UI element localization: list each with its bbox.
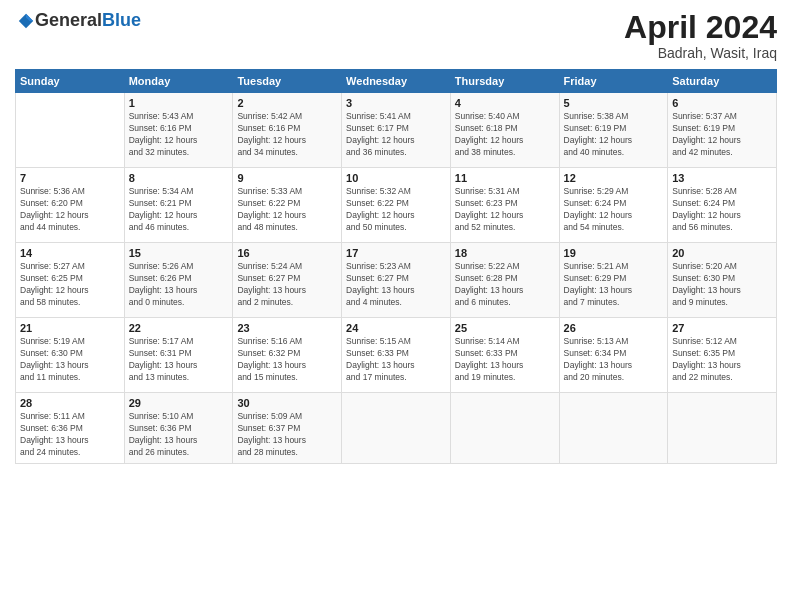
day-info: Sunrise: 5:11 AM Sunset: 6:36 PM Dayligh…	[20, 411, 120, 459]
day-number: 24	[346, 322, 446, 334]
day-number: 2	[237, 97, 337, 109]
page: GeneralBlue April 2024 Badrah, Wasit, Ir…	[0, 0, 792, 612]
cell-0-2: 2Sunrise: 5:42 AM Sunset: 6:16 PM Daylig…	[233, 93, 342, 168]
day-info: Sunrise: 5:27 AM Sunset: 6:25 PM Dayligh…	[20, 261, 120, 309]
cell-4-1: 29Sunrise: 5:10 AM Sunset: 6:36 PM Dayli…	[124, 393, 233, 464]
header-saturday: Saturday	[668, 70, 777, 93]
day-number: 19	[564, 247, 664, 259]
day-number: 14	[20, 247, 120, 259]
day-info: Sunrise: 5:19 AM Sunset: 6:30 PM Dayligh…	[20, 336, 120, 384]
day-info: Sunrise: 5:31 AM Sunset: 6:23 PM Dayligh…	[455, 186, 555, 234]
day-number: 4	[455, 97, 555, 109]
logo-blue: Blue	[102, 10, 141, 31]
day-number: 12	[564, 172, 664, 184]
header-row: Sunday Monday Tuesday Wednesday Thursday…	[16, 70, 777, 93]
cell-1-5: 12Sunrise: 5:29 AM Sunset: 6:24 PM Dayli…	[559, 168, 668, 243]
day-info: Sunrise: 5:29 AM Sunset: 6:24 PM Dayligh…	[564, 186, 664, 234]
cell-3-1: 22Sunrise: 5:17 AM Sunset: 6:31 PM Dayli…	[124, 318, 233, 393]
day-info: Sunrise: 5:28 AM Sunset: 6:24 PM Dayligh…	[672, 186, 772, 234]
day-info: Sunrise: 5:14 AM Sunset: 6:33 PM Dayligh…	[455, 336, 555, 384]
week-row-3: 21Sunrise: 5:19 AM Sunset: 6:30 PM Dayli…	[16, 318, 777, 393]
day-number: 5	[564, 97, 664, 109]
day-number: 15	[129, 247, 229, 259]
day-info: Sunrise: 5:10 AM Sunset: 6:36 PM Dayligh…	[129, 411, 229, 459]
day-number: 27	[672, 322, 772, 334]
day-info: Sunrise: 5:26 AM Sunset: 6:26 PM Dayligh…	[129, 261, 229, 309]
day-number: 1	[129, 97, 229, 109]
day-info: Sunrise: 5:34 AM Sunset: 6:21 PM Dayligh…	[129, 186, 229, 234]
day-number: 21	[20, 322, 120, 334]
cell-3-5: 26Sunrise: 5:13 AM Sunset: 6:34 PM Dayli…	[559, 318, 668, 393]
calendar-body: 1Sunrise: 5:43 AM Sunset: 6:16 PM Daylig…	[16, 93, 777, 464]
cell-3-0: 21Sunrise: 5:19 AM Sunset: 6:30 PM Dayli…	[16, 318, 125, 393]
day-info: Sunrise: 5:37 AM Sunset: 6:19 PM Dayligh…	[672, 111, 772, 159]
cell-1-1: 8Sunrise: 5:34 AM Sunset: 6:21 PM Daylig…	[124, 168, 233, 243]
cell-3-4: 25Sunrise: 5:14 AM Sunset: 6:33 PM Dayli…	[450, 318, 559, 393]
cell-2-3: 17Sunrise: 5:23 AM Sunset: 6:27 PM Dayli…	[342, 243, 451, 318]
day-number: 30	[237, 397, 337, 409]
calendar-table: Sunday Monday Tuesday Wednesday Thursday…	[15, 69, 777, 464]
day-info: Sunrise: 5:32 AM Sunset: 6:22 PM Dayligh…	[346, 186, 446, 234]
cell-2-4: 18Sunrise: 5:22 AM Sunset: 6:28 PM Dayli…	[450, 243, 559, 318]
day-number: 10	[346, 172, 446, 184]
header-monday: Monday	[124, 70, 233, 93]
day-info: Sunrise: 5:33 AM Sunset: 6:22 PM Dayligh…	[237, 186, 337, 234]
cell-4-3	[342, 393, 451, 464]
logo: GeneralBlue	[15, 10, 141, 31]
cell-2-1: 15Sunrise: 5:26 AM Sunset: 6:26 PM Dayli…	[124, 243, 233, 318]
day-number: 26	[564, 322, 664, 334]
day-info: Sunrise: 5:36 AM Sunset: 6:20 PM Dayligh…	[20, 186, 120, 234]
cell-2-6: 20Sunrise: 5:20 AM Sunset: 6:30 PM Dayli…	[668, 243, 777, 318]
day-info: Sunrise: 5:24 AM Sunset: 6:27 PM Dayligh…	[237, 261, 337, 309]
header-wednesday: Wednesday	[342, 70, 451, 93]
day-number: 7	[20, 172, 120, 184]
day-info: Sunrise: 5:21 AM Sunset: 6:29 PM Dayligh…	[564, 261, 664, 309]
month-title: April 2024	[624, 10, 777, 45]
day-info: Sunrise: 5:16 AM Sunset: 6:32 PM Dayligh…	[237, 336, 337, 384]
day-number: 23	[237, 322, 337, 334]
cell-3-6: 27Sunrise: 5:12 AM Sunset: 6:35 PM Dayli…	[668, 318, 777, 393]
cell-0-4: 4Sunrise: 5:40 AM Sunset: 6:18 PM Daylig…	[450, 93, 559, 168]
cell-4-4	[450, 393, 559, 464]
header-friday: Friday	[559, 70, 668, 93]
day-info: Sunrise: 5:12 AM Sunset: 6:35 PM Dayligh…	[672, 336, 772, 384]
day-number: 8	[129, 172, 229, 184]
week-row-2: 14Sunrise: 5:27 AM Sunset: 6:25 PM Dayli…	[16, 243, 777, 318]
day-info: Sunrise: 5:15 AM Sunset: 6:33 PM Dayligh…	[346, 336, 446, 384]
cell-1-4: 11Sunrise: 5:31 AM Sunset: 6:23 PM Dayli…	[450, 168, 559, 243]
cell-4-5	[559, 393, 668, 464]
header-tuesday: Tuesday	[233, 70, 342, 93]
cell-1-6: 13Sunrise: 5:28 AM Sunset: 6:24 PM Dayli…	[668, 168, 777, 243]
title-section: April 2024 Badrah, Wasit, Iraq	[624, 10, 777, 61]
cell-2-0: 14Sunrise: 5:27 AM Sunset: 6:25 PM Dayli…	[16, 243, 125, 318]
cell-0-5: 5Sunrise: 5:38 AM Sunset: 6:19 PM Daylig…	[559, 93, 668, 168]
week-row-4: 28Sunrise: 5:11 AM Sunset: 6:36 PM Dayli…	[16, 393, 777, 464]
day-number: 16	[237, 247, 337, 259]
cell-0-3: 3Sunrise: 5:41 AM Sunset: 6:17 PM Daylig…	[342, 93, 451, 168]
cell-2-2: 16Sunrise: 5:24 AM Sunset: 6:27 PM Dayli…	[233, 243, 342, 318]
day-info: Sunrise: 5:13 AM Sunset: 6:34 PM Dayligh…	[564, 336, 664, 384]
day-number: 9	[237, 172, 337, 184]
day-info: Sunrise: 5:09 AM Sunset: 6:37 PM Dayligh…	[237, 411, 337, 459]
day-info: Sunrise: 5:40 AM Sunset: 6:18 PM Dayligh…	[455, 111, 555, 159]
week-row-1: 7Sunrise: 5:36 AM Sunset: 6:20 PM Daylig…	[16, 168, 777, 243]
day-number: 20	[672, 247, 772, 259]
day-info: Sunrise: 5:41 AM Sunset: 6:17 PM Dayligh…	[346, 111, 446, 159]
day-number: 3	[346, 97, 446, 109]
day-number: 6	[672, 97, 772, 109]
day-info: Sunrise: 5:38 AM Sunset: 6:19 PM Dayligh…	[564, 111, 664, 159]
day-info: Sunrise: 5:22 AM Sunset: 6:28 PM Dayligh…	[455, 261, 555, 309]
cell-1-0: 7Sunrise: 5:36 AM Sunset: 6:20 PM Daylig…	[16, 168, 125, 243]
day-number: 29	[129, 397, 229, 409]
cell-2-5: 19Sunrise: 5:21 AM Sunset: 6:29 PM Dayli…	[559, 243, 668, 318]
cell-3-3: 24Sunrise: 5:15 AM Sunset: 6:33 PM Dayli…	[342, 318, 451, 393]
header-sunday: Sunday	[16, 70, 125, 93]
header-thursday: Thursday	[450, 70, 559, 93]
cell-1-3: 10Sunrise: 5:32 AM Sunset: 6:22 PM Dayli…	[342, 168, 451, 243]
logo-icon	[17, 12, 35, 30]
calendar-header: Sunday Monday Tuesday Wednesday Thursday…	[16, 70, 777, 93]
cell-4-0: 28Sunrise: 5:11 AM Sunset: 6:36 PM Dayli…	[16, 393, 125, 464]
day-number: 17	[346, 247, 446, 259]
cell-3-2: 23Sunrise: 5:16 AM Sunset: 6:32 PM Dayli…	[233, 318, 342, 393]
day-number: 13	[672, 172, 772, 184]
